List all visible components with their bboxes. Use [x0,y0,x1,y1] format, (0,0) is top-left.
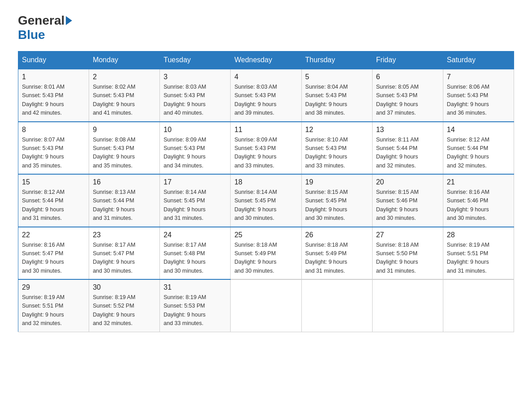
calendar-cell: 17Sunrise: 8:14 AMSunset: 5:45 PMDayligh… [160,174,231,227]
calendar-week-1: 1Sunrise: 8:01 AMSunset: 5:43 PMDaylight… [18,69,514,122]
day-number: 20 [376,178,439,186]
calendar-cell [301,279,372,332]
day-info: Sunrise: 8:13 AMSunset: 5:44 PMDaylight:… [93,188,156,223]
calendar-cell [443,279,514,332]
logo: General Blue [18,13,73,42]
day-number: 27 [376,231,439,239]
calendar-cell: 21Sunrise: 8:16 AMSunset: 5:46 PMDayligh… [443,174,514,227]
day-info: Sunrise: 8:18 AMSunset: 5:50 PMDaylight:… [376,241,439,276]
calendar-cell: 12Sunrise: 8:10 AMSunset: 5:43 PMDayligh… [301,122,372,175]
day-number: 3 [163,73,227,81]
calendar-cell: 11Sunrise: 8:09 AMSunset: 5:43 PMDayligh… [231,122,301,175]
day-number: 18 [234,178,297,186]
day-info: Sunrise: 8:02 AMSunset: 5:43 PMDaylight:… [93,83,156,118]
day-number: 23 [93,231,156,239]
calendar-cell: 18Sunrise: 8:14 AMSunset: 5:45 PMDayligh… [231,174,301,227]
day-info: Sunrise: 8:06 AMSunset: 5:43 PMDaylight:… [447,83,510,118]
calendar-cell: 1Sunrise: 8:01 AMSunset: 5:43 PMDaylight… [18,69,89,122]
day-info: Sunrise: 8:18 AMSunset: 5:49 PMDaylight:… [305,241,369,276]
day-number: 29 [22,283,85,291]
day-header-sunday: Sunday [18,51,89,69]
day-info: Sunrise: 8:17 AMSunset: 5:47 PMDaylight:… [93,241,156,276]
day-header-friday: Friday [372,51,443,69]
page-header: General Blue [18,13,514,42]
day-number: 9 [93,126,156,134]
day-info: Sunrise: 8:04 AMSunset: 5:43 PMDaylight:… [305,83,369,118]
calendar-cell: 28Sunrise: 8:19 AMSunset: 5:51 PMDayligh… [443,227,514,280]
calendar-week-3: 15Sunrise: 8:12 AMSunset: 5:44 PMDayligh… [18,174,514,227]
logo-arrow-icon [66,16,72,25]
calendar-table: SundayMondayTuesdayWednesdayThursdayFrid… [18,51,514,332]
day-info: Sunrise: 8:14 AMSunset: 5:45 PMDaylight:… [234,188,297,223]
calendar-cell: 7Sunrise: 8:06 AMSunset: 5:43 PMDaylight… [443,69,514,122]
day-number: 24 [163,231,227,239]
day-info: Sunrise: 8:03 AMSunset: 5:43 PMDaylight:… [234,83,297,118]
day-info: Sunrise: 8:12 AMSunset: 5:44 PMDaylight:… [447,136,510,171]
day-number: 14 [447,126,510,134]
day-info: Sunrise: 8:10 AMSunset: 5:43 PMDaylight:… [305,136,369,171]
calendar-cell: 10Sunrise: 8:09 AMSunset: 5:43 PMDayligh… [160,122,231,175]
day-number: 12 [305,126,369,134]
logo-general-text: General [18,13,64,28]
calendar-cell: 8Sunrise: 8:07 AMSunset: 5:43 PMDaylight… [18,122,89,175]
day-header-monday: Monday [89,51,160,69]
calendar-cell: 5Sunrise: 8:04 AMSunset: 5:43 PMDaylight… [301,69,372,122]
day-number: 4 [234,73,297,81]
calendar-cell: 25Sunrise: 8:18 AMSunset: 5:49 PMDayligh… [231,227,301,280]
logo-blue-text: Blue [18,28,45,42]
day-info: Sunrise: 8:03 AMSunset: 5:43 PMDaylight:… [163,83,227,118]
calendar-week-2: 8Sunrise: 8:07 AMSunset: 5:43 PMDaylight… [18,122,514,175]
calendar-cell: 22Sunrise: 8:16 AMSunset: 5:47 PMDayligh… [18,227,89,280]
calendar-cell: 9Sunrise: 8:08 AMSunset: 5:43 PMDaylight… [89,122,160,175]
day-number: 26 [305,231,369,239]
day-number: 11 [234,126,297,134]
calendar-cell: 24Sunrise: 8:17 AMSunset: 5:48 PMDayligh… [160,227,231,280]
calendar-header-row: SundayMondayTuesdayWednesdayThursdayFrid… [18,51,514,69]
day-number: 17 [163,178,227,186]
calendar-cell: 14Sunrise: 8:12 AMSunset: 5:44 PMDayligh… [443,122,514,175]
calendar-cell: 23Sunrise: 8:17 AMSunset: 5:47 PMDayligh… [89,227,160,280]
day-number: 5 [305,73,369,81]
day-info: Sunrise: 8:19 AMSunset: 5:53 PMDaylight:… [163,293,227,328]
day-info: Sunrise: 8:07 AMSunset: 5:43 PMDaylight:… [22,136,85,171]
day-info: Sunrise: 8:09 AMSunset: 5:43 PMDaylight:… [163,136,227,171]
day-number: 31 [163,283,227,291]
calendar-cell [231,279,301,332]
day-number: 28 [447,231,510,239]
calendar-cell: 3Sunrise: 8:03 AMSunset: 5:43 PMDaylight… [160,69,231,122]
calendar-cell: 15Sunrise: 8:12 AMSunset: 5:44 PMDayligh… [18,174,89,227]
day-number: 6 [376,73,439,81]
calendar-cell: 19Sunrise: 8:15 AMSunset: 5:45 PMDayligh… [301,174,372,227]
day-number: 13 [376,126,439,134]
calendar-cell: 16Sunrise: 8:13 AMSunset: 5:44 PMDayligh… [89,174,160,227]
day-info: Sunrise: 8:19 AMSunset: 5:52 PMDaylight:… [93,293,156,328]
calendar-cell: 2Sunrise: 8:02 AMSunset: 5:43 PMDaylight… [89,69,160,122]
day-number: 2 [93,73,156,81]
day-header-tuesday: Tuesday [160,51,231,69]
day-info: Sunrise: 8:11 AMSunset: 5:44 PMDaylight:… [376,136,439,171]
day-header-thursday: Thursday [301,51,372,69]
day-number: 16 [93,178,156,186]
day-info: Sunrise: 8:19 AMSunset: 5:51 PMDaylight:… [22,293,85,328]
calendar-week-5: 29Sunrise: 8:19 AMSunset: 5:51 PMDayligh… [18,279,514,332]
day-info: Sunrise: 8:14 AMSunset: 5:45 PMDaylight:… [163,188,227,223]
calendar-cell: 30Sunrise: 8:19 AMSunset: 5:52 PMDayligh… [89,279,160,332]
day-info: Sunrise: 8:05 AMSunset: 5:43 PMDaylight:… [376,83,439,118]
day-number: 15 [22,178,85,186]
day-header-wednesday: Wednesday [231,51,301,69]
day-info: Sunrise: 8:12 AMSunset: 5:44 PMDaylight:… [22,188,85,223]
day-number: 22 [22,231,85,239]
calendar-cell [372,279,443,332]
day-number: 1 [22,73,85,81]
day-number: 25 [234,231,297,239]
calendar-cell: 13Sunrise: 8:11 AMSunset: 5:44 PMDayligh… [372,122,443,175]
day-number: 19 [305,178,369,186]
day-info: Sunrise: 8:17 AMSunset: 5:48 PMDaylight:… [163,241,227,276]
day-number: 10 [163,126,227,134]
calendar-body: 1Sunrise: 8:01 AMSunset: 5:43 PMDaylight… [18,69,514,332]
calendar-cell: 20Sunrise: 8:15 AMSunset: 5:46 PMDayligh… [372,174,443,227]
calendar-cell: 6Sunrise: 8:05 AMSunset: 5:43 PMDaylight… [372,69,443,122]
day-header-saturday: Saturday [443,51,514,69]
day-number: 8 [22,126,85,134]
day-info: Sunrise: 8:16 AMSunset: 5:47 PMDaylight:… [22,241,85,276]
